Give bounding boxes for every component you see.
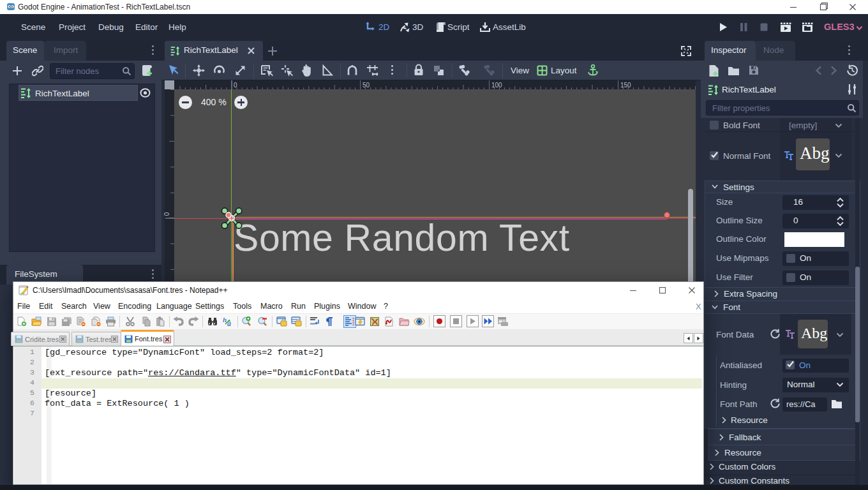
svg-text:h: h: [223, 316, 227, 323]
